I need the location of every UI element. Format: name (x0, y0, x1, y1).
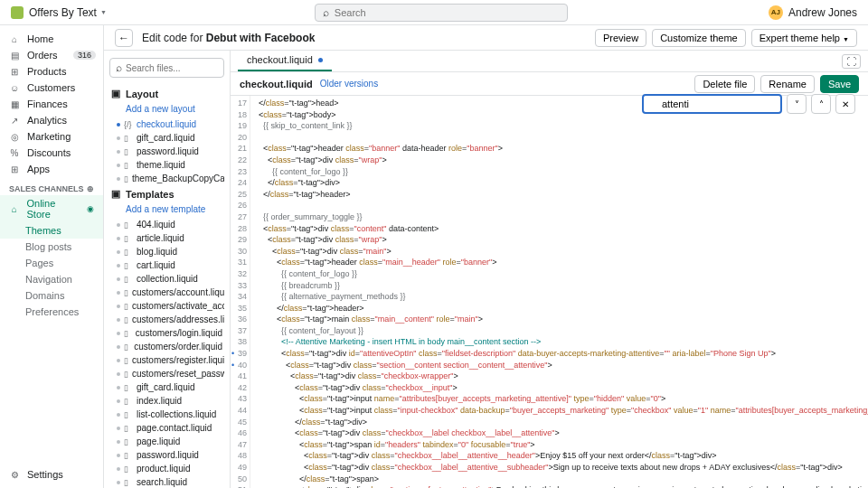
app-name[interactable]: Offers By Text (29, 6, 97, 19)
save-button[interactable]: Save (820, 75, 859, 93)
file-item[interactable]: ▯list-collections.liquid (109, 408, 224, 421)
badge: 316 (73, 51, 96, 60)
file-item[interactable]: ▯page.contact.liquid (109, 421, 224, 435)
status-dot-icon (117, 345, 120, 349)
nav-orders[interactable]: ▤Orders316 (0, 47, 103, 63)
file-item[interactable]: ▯password.liquid (109, 448, 224, 462)
user-name: Andrew Jones (788, 6, 857, 19)
file-item[interactable]: ▯password.liquid (109, 145, 224, 158)
file-item[interactable]: ▯customers/account.liquid (109, 286, 224, 299)
eye-icon[interactable]: ◉ (87, 204, 94, 213)
status-dot-icon (117, 223, 120, 227)
file-icon: {/} (124, 120, 133, 129)
status-dot-icon (117, 164, 120, 167)
nav-discounts[interactable]: %Discounts (0, 145, 103, 161)
find-close-button[interactable]: ✕ (835, 94, 855, 114)
file-item[interactable]: ▯customers/reset_password.liquid (109, 367, 224, 380)
file-explorer: ⌕ ▣Layout Add a new layout {/}checkout.l… (104, 51, 231, 488)
subnav-themes[interactable]: Themes (0, 222, 103, 239)
avatar: AJ (769, 5, 783, 20)
help-button[interactable]: Expert theme help ▼ (751, 29, 857, 47)
section-layout[interactable]: ▣Layout (109, 85, 224, 102)
file-item[interactable]: ▯customers/order.liquid (109, 340, 224, 353)
file-item[interactable]: ▯gift_card.liquid (109, 380, 224, 394)
find-input[interactable] (642, 94, 782, 114)
find-next-button[interactable]: ˅ (787, 94, 807, 114)
customize-button[interactable]: Customize theme (652, 29, 746, 47)
status-dot-icon (117, 440, 120, 444)
nav-apps[interactable]: ⊞Apps (0, 161, 103, 177)
file-icon: ▯ (124, 478, 133, 487)
file-icon: ▯ (124, 234, 133, 243)
rename-button[interactable]: Rename (760, 75, 815, 93)
file-item[interactable]: ▯404.liquid (109, 218, 224, 231)
page-title: Edit code for Debut with Facebook (142, 32, 315, 44)
file-item[interactable]: ▯customers/addresses.liquid (109, 313, 224, 326)
chevron-down-icon[interactable]: ▼ (100, 9, 107, 15)
user-menu[interactable]: AJ Andrew Jones (769, 5, 857, 20)
file-icon: ▯ (124, 370, 128, 379)
subnav-domains[interactable]: Domains (0, 287, 103, 304)
file-item[interactable]: {/}checkout.liquid (109, 117, 224, 131)
status-dot-icon (117, 386, 120, 389)
back-button[interactable]: ← (115, 29, 133, 47)
file-item[interactable]: ▯customers/register.liquid (109, 353, 224, 367)
find-bar: ⌕ ˅ ˄ ✕ (642, 94, 855, 114)
status-dot-icon (117, 481, 120, 484)
nav-home[interactable]: ⌂Home (0, 31, 103, 47)
subnav-blog-posts[interactable]: Blog posts (0, 239, 103, 255)
nav-products[interactable]: ⊞Products (0, 63, 103, 80)
subnav-navigation[interactable]: Navigation (0, 271, 103, 287)
subnav-preferences[interactable]: Preferences (0, 304, 103, 320)
nav-settings[interactable]: ⚙ Settings (0, 466, 72, 483)
editor-tab[interactable]: checkout.liquid (238, 51, 332, 71)
subnav-pages[interactable]: Pages (0, 255, 103, 271)
nav-marketing[interactable]: ◎Marketing (0, 128, 103, 145)
status-dot-icon (117, 427, 120, 430)
search-input[interactable] (335, 7, 560, 18)
file-search-input[interactable] (126, 63, 218, 73)
file-item[interactable]: ▯product.liquid (109, 462, 224, 475)
file-icon: ▯ (124, 424, 133, 433)
find-prev-button[interactable]: ˄ (811, 94, 831, 114)
folder-icon: ▣ (111, 88, 120, 99)
status-dot-icon (117, 177, 120, 181)
file-search[interactable]: ⌕ (109, 58, 224, 78)
primary-nav: ⌂Home▤Orders316⊞Products☺Customers▦Finan… (0, 25, 104, 488)
nav-online-store[interactable]: ⌂ Online Store ◉ (0, 195, 103, 222)
global-search[interactable]: ⌕ (315, 4, 568, 22)
file-item[interactable]: ▯theme_BackupCopyCartHook.liquid (109, 172, 224, 185)
fullscreen-button[interactable]: ⛶ (842, 54, 861, 69)
nav-analytics[interactable]: ↗Analytics (0, 112, 103, 128)
status-dot-icon (117, 123, 120, 127)
file-item[interactable]: ▯customers/login.liquid (109, 326, 224, 340)
file-item[interactable]: ▯blog.liquid (109, 245, 224, 258)
file-item[interactable]: ▯page.liquid (109, 435, 224, 448)
file-item[interactable]: ▯theme.liquid (109, 158, 224, 172)
delete-file-button[interactable]: Delete file (694, 75, 755, 93)
file-item[interactable]: ▯customers/activate_account.liquid (109, 299, 224, 313)
status-dot-icon (117, 413, 120, 417)
older-versions-link[interactable]: Older versions (320, 79, 378, 89)
status-dot-icon (117, 332, 120, 335)
status-dot-icon (117, 318, 120, 322)
section-templates[interactable]: ▣Templates (109, 185, 224, 202)
search-icon: ⌕ (323, 6, 329, 19)
file-item[interactable]: ▯index.liquid (109, 394, 224, 408)
code-editor: checkout.liquid ⛶ checkout.liquid Older … (231, 51, 868, 488)
file-item[interactable]: ▯cart.liquid (109, 258, 224, 272)
file-item[interactable]: ▯collection.liquid (109, 272, 224, 286)
nav-icon: ☺ (9, 82, 20, 93)
file-item[interactable]: ▯gift_card.liquid (109, 131, 224, 145)
add-template-link[interactable]: Add a new template (109, 202, 224, 218)
nav-finances[interactable]: ▦Finances (0, 96, 103, 112)
code-lines[interactable]: </class="t-tag">head> <class="t-tag">bod… (250, 96, 868, 488)
file-item[interactable]: ▯search.liquid (109, 475, 224, 488)
gear-icon: ⚙ (9, 469, 20, 480)
add-layout-link[interactable]: Add a new layout (109, 102, 224, 117)
add-channel-icon[interactable]: ⊕ (87, 184, 94, 193)
nav-customers[interactable]: ☺Customers (0, 80, 103, 96)
code-area[interactable]: 1718192021222324252627282930313233343536… (231, 96, 868, 488)
file-item[interactable]: ▯article.liquid (109, 231, 224, 245)
preview-button[interactable]: Preview (595, 29, 646, 47)
